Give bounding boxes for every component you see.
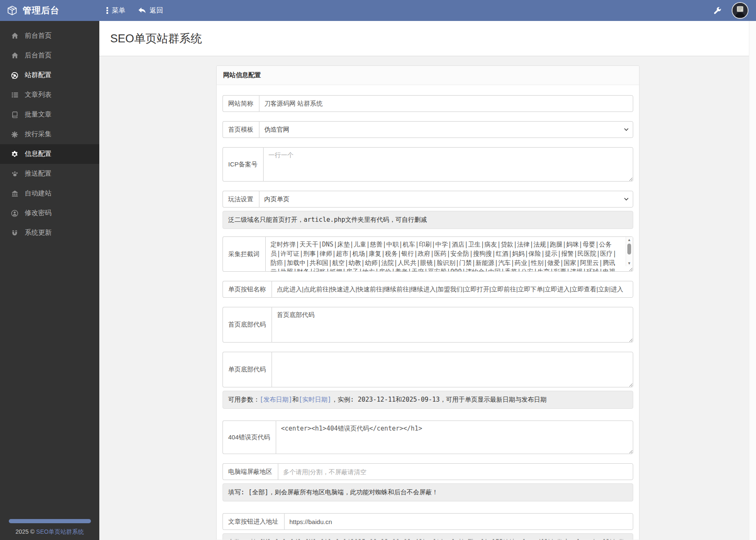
asterisk-icon [11, 131, 18, 138]
url-params-note: 参数：时间[Y],[m],[d],[H],[i],[s](2025,09,13,… [223, 533, 633, 540]
copyright-year: 2025 © [16, 528, 36, 535]
sidebar-item-label: 修改密码 [25, 209, 52, 218]
note-text: 和 [293, 396, 299, 403]
field-label: 玩法设置 [223, 191, 259, 208]
topnav: 菜单 返回 [99, 6, 163, 15]
sidebar-item-line-collect[interactable]: 按行采集 [0, 125, 99, 144]
reply-arrow-icon [138, 7, 146, 14]
chevron-down-icon [624, 198, 629, 201]
form-row-block-words: 采集拦截词 定时炸弹|天天干|DNS|床垫|儿童|慈善|中职|机车|印刷|中学|… [223, 236, 633, 272]
home-template-select[interactable]: 伪造官网 [259, 121, 633, 138]
sidebar-item-push-config[interactable]: 推送配置 [0, 164, 99, 184]
field-label: 首页模板 [223, 121, 259, 138]
play-mode-note: 泛二级域名只能首页打开，article.php文件夹里有代码，可自行删减 [223, 211, 633, 229]
selected-option: 伪造官网 [264, 126, 290, 134]
menu-toggle-label: 菜单 [112, 6, 125, 15]
topbar-right [713, 2, 756, 19]
note-text: ，实例: 2023-12-11和2025-09-13，可用于单页显示最新日期与发… [331, 396, 547, 403]
sidebar-item-label: 信息配置 [25, 150, 52, 158]
sidebar-menu: 前台首页 后台首页 站群配置 [0, 21, 99, 243]
bank-icon [11, 190, 18, 197]
block-words-wrap: 定时炸弹|天天干|DNS|床垫|儿童|慈善|中职|机车|印刷|中学|酒店|卫生|… [265, 236, 633, 272]
field-label: 文章按钮进入地址 [223, 513, 284, 530]
form-row-icp: ICP备案号 [223, 147, 633, 182]
form-row-pc-block: 电脑端屏蔽地区 [223, 463, 633, 480]
field-label: 采集拦截词 [223, 236, 265, 272]
sidebar-item-batch-articles[interactable]: 批量文章 [0, 105, 99, 125]
field-label: 网站简称 [223, 95, 259, 112]
card-header: 网站信息配置 [217, 66, 639, 85]
home-footer-code-textarea[interactable]: 首页底部代码 [272, 307, 633, 343]
publish-date-param: [发布日期] [260, 396, 293, 403]
sidebar-item-article-list[interactable]: 文章列表 [0, 85, 99, 105]
play-mode-select[interactable]: 内页单页 [259, 191, 633, 208]
sidebar-item-system-update[interactable]: 系统更新 [0, 223, 99, 243]
sidebar-item-label: 推送配置 [25, 169, 52, 178]
user-avatar[interactable] [732, 2, 748, 19]
sidebar-item-label: 前台首页 [25, 31, 52, 40]
copyright-link[interactable]: SEO单页站群系统 [36, 528, 84, 535]
field-label: ICP备案号 [223, 147, 263, 182]
scroll-up-icon[interactable]: ▲ [627, 237, 631, 243]
page-footer-code-textarea[interactable] [272, 352, 633, 387]
field-label: 单页按钮名称 [223, 281, 272, 298]
magnet-icon [11, 229, 18, 237]
form-row-play-mode: 玩法设置 内页单页 [223, 191, 633, 208]
gear-icon [11, 151, 18, 158]
sidebar-item-label: 按行采集 [25, 130, 52, 139]
date-params-note: 可用参数：[发布日期]和[实时日期]，实例: 2023-12-11和2025-0… [223, 391, 633, 409]
sidebar: 前台首页 后台首页 站群配置 [0, 21, 99, 540]
form-row-article-btn-url: 文章按钮进入地址 [223, 513, 633, 530]
form-row-home-footer-code: 首页底部代码 首页底部代码 [223, 307, 633, 343]
scroll-down-icon[interactable]: ▼ [627, 260, 631, 266]
ellipsis-vertical-icon [106, 7, 109, 14]
icp-textarea[interactable] [263, 147, 633, 182]
sidebar-item-change-password[interactable]: 修改密码 [0, 203, 99, 223]
sidebar-item-auto-build[interactable]: 自动建站 [0, 184, 99, 203]
sidebar-item-label: 文章列表 [25, 91, 52, 99]
menu-toggle-button[interactable]: 菜单 [106, 6, 125, 15]
home-icon [11, 52, 18, 60]
sidebar-footer: 2025 © SEO单页站群系统 [0, 519, 99, 536]
page-title: SEO单页站群系统 [110, 31, 202, 46]
brand[interactable]: 管理后台 [0, 5, 99, 16]
sidebar-progress-bar[interactable] [9, 519, 91, 523]
site-name-input[interactable] [259, 95, 633, 112]
sidebar-item-front-home[interactable]: 前台首页 [0, 26, 99, 46]
scrollbar-thumb[interactable] [627, 244, 631, 254]
content-area: 网站信息配置 网站简称 首页模板 伪造官网 [99, 56, 756, 540]
realtime-date-param: [实时日期] [299, 396, 331, 403]
button-names-input[interactable] [272, 281, 633, 298]
sidebar-item-label: 系统更新 [25, 228, 52, 237]
textarea-scrollbar[interactable]: ▲ ▼ [626, 237, 633, 266]
sidebar-item-sitegroup-config[interactable]: 站群配置 [0, 65, 99, 85]
page-header: SEO单页站群系统 [99, 21, 756, 56]
form-row-page-footer-code: 单页底部代码 [223, 352, 633, 387]
error-404-textarea[interactable]: <center><h1>404错误页代码</center></h1> [276, 421, 633, 454]
card-body: 网站简称 首页模板 伪造官网 [217, 85, 639, 540]
sidebar-item-label: 后台首页 [25, 51, 52, 60]
form-row-404-code: 404错误页代码 <center><h1>404错误页代码</center></… [223, 421, 633, 454]
field-label: 电脑端屏蔽地区 [223, 463, 278, 480]
book-icon [11, 111, 18, 119]
field-label: 404错误页代码 [223, 421, 276, 454]
back-label: 返回 [150, 6, 163, 15]
pc-block-input[interactable] [278, 463, 633, 480]
page-scrollbar[interactable] [749, 21, 756, 540]
sidebar-item-label: 站群配置 [25, 71, 52, 80]
block-words-textarea[interactable]: 定时炸弹|天天干|DNS|床垫|儿童|慈善|中职|机车|印刷|中学|酒店|卫生|… [265, 236, 633, 272]
back-button[interactable]: 返回 [138, 6, 163, 15]
copyright: 2025 © SEO单页站群系统 [0, 528, 99, 536]
admin-app: 管理后台 菜单 返回 [0, 0, 756, 540]
list-icon [11, 91, 18, 99]
user-circle-icon [11, 210, 18, 217]
article-btn-url-input[interactable] [284, 513, 633, 530]
cube-logo-icon [7, 5, 18, 16]
paw-icon [11, 170, 18, 178]
selected-option: 内页单页 [264, 195, 290, 203]
pc-block-note: 填写: [全部]，则会屏蔽所有地区电脑端，此功能对蜘蛛和后台不会屏蔽！ [223, 483, 633, 501]
sidebar-item-info-config[interactable]: 信息配置 [0, 144, 99, 164]
site-info-card: 网站信息配置 网站简称 首页模板 伪造官网 [216, 65, 639, 540]
sidebar-item-back-home[interactable]: 后台首页 [0, 46, 99, 65]
wrench-icon[interactable] [713, 6, 722, 15]
